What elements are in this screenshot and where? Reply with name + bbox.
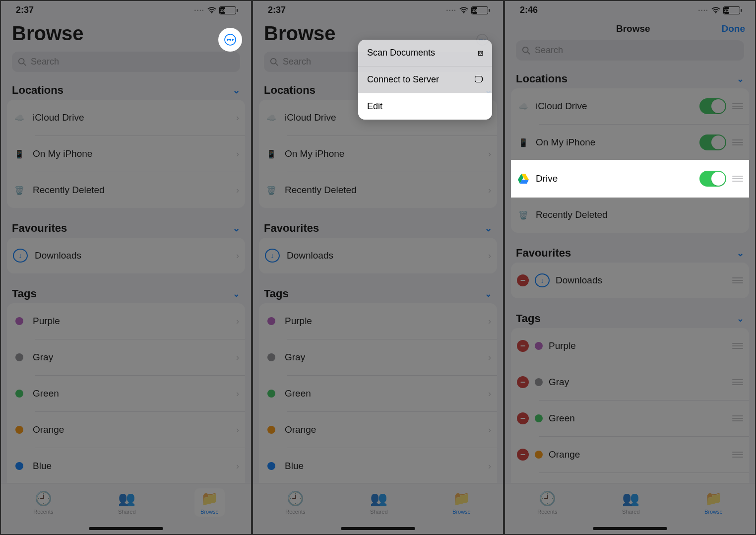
home-indicator[interactable] [593,527,667,530]
location-recently-deleted-edit: 🗑️Recently Deleted [511,197,749,233]
drag-handle-icon[interactable] [732,415,743,421]
menu-edit[interactable]: Edit [358,93,492,120]
tab-browse[interactable]: 📁Browse [446,488,477,517]
section-tags[interactable]: Tags⌄ [1,282,251,303]
tag-purple[interactable]: Purple› [7,303,245,339]
screen-context-menu: 2:37 ···· 24 Browse Search Locations⌄ ☁️… [252,0,504,535]
tag-green-edit: −Green [511,401,749,436]
page-title: Browse [1,17,251,50]
section-locations[interactable]: Locations⌄ [1,79,251,100]
favourite-downloads[interactable]: ↓Downloads› [7,238,245,273]
section-favourites[interactable]: Favourites⌄ [253,217,503,238]
wifi-icon [207,7,216,14]
folder-icon: 📁 [201,490,218,507]
tag-dot-icon [15,462,23,470]
section-locations[interactable]: Locations⌄ [505,67,755,88]
toggle-on-my-iphone[interactable] [699,134,726,150]
home-indicator[interactable] [89,527,163,530]
location-recently-deleted[interactable]: 🗑️Recently Deleted› [7,172,245,208]
tab-shared[interactable]: 👥Shared [364,488,393,517]
remove-button[interactable]: − [517,376,529,388]
section-tags[interactable]: Tags⌄ [505,307,755,328]
folder-icon: 📁 [705,490,722,507]
battery-icon: 24 [219,6,236,14]
drag-handle-icon[interactable] [732,452,743,458]
remove-button[interactable]: − [517,274,529,286]
svg-point-12 [271,58,276,64]
tab-bar: 🕘Recents 👥Shared 📁Browse [253,483,503,534]
chevron-down-icon: ⌄ [485,288,492,299]
drag-handle-icon[interactable] [732,343,743,349]
clock: 2:37 [268,5,286,15]
drag-handle-icon[interactable] [732,379,743,385]
tag-green[interactable]: Green› [7,376,245,411]
tab-recents[interactable]: 🕘Recents [279,488,311,517]
search-input[interactable]: Search [516,40,744,61]
drag-handle-icon[interactable] [732,139,743,145]
gdrive-icon [517,174,530,184]
sim-dots: ···· [446,6,456,14]
section-favourites[interactable]: Favourites⌄ [1,217,251,238]
tag-orange[interactable]: Orange› [259,412,497,448]
search-placeholder: Search [535,45,563,56]
location-recently-deleted[interactable]: 🗑️Recently Deleted› [259,172,497,208]
tab-shared[interactable]: 👥Shared [616,488,645,517]
section-tags[interactable]: Tags⌄ [253,282,503,303]
chevron-down-icon: ⌄ [485,223,492,234]
location-on-my-iphone[interactable]: 📱On My iPhone› [259,136,497,172]
clock-icon: 🕘 [539,490,556,507]
drag-handle-icon[interactable] [732,277,743,283]
nav-bar: Browse Done [505,17,755,38]
toggle-drive[interactable] [699,171,726,187]
chevron-down-icon: ⌄ [233,223,240,234]
tag-gray[interactable]: Gray› [7,339,245,375]
tag-orange-edit: −Orange [511,437,749,472]
tag-green[interactable]: Green› [259,376,497,411]
status-bar: 2:37 ···· 24 [253,1,503,17]
menu-scan-documents[interactable]: Scan Documents⧇ [358,40,492,66]
tab-browse[interactable]: 📁Browse [194,488,225,517]
chevron-down-icon: ⌄ [737,73,744,84]
remove-button[interactable]: − [517,449,529,461]
chevron-right-icon: › [236,251,239,261]
tab-recents[interactable]: 🕘Recents [531,488,563,517]
home-indicator[interactable] [341,527,415,530]
search-placeholder: Search [283,57,311,67]
tab-shared[interactable]: 👥Shared [112,488,141,517]
tab-recents[interactable]: 🕘Recents [27,488,59,517]
svg-point-4 [232,39,234,41]
tab-browse[interactable]: 📁Browse [698,488,729,517]
trash-icon: 🗑️ [265,186,278,195]
section-favourites[interactable]: Favourites⌄ [505,242,755,263]
tag-dot-icon [535,342,543,350]
locations-list: ☁️iCloud Drive› 📱On My iPhone› 🗑️Recentl… [7,100,245,208]
remove-button[interactable]: − [517,340,529,352]
tag-dot-icon [267,353,275,361]
done-button[interactable]: Done [722,23,746,34]
toggle-icloud[interactable] [699,98,726,114]
status-right: ···· 23 [698,6,740,14]
tag-purple[interactable]: Purple› [259,303,497,339]
chevron-right-icon: › [236,113,239,123]
menu-connect-server[interactable]: Connect to Server🖵 [358,66,492,93]
location-icloud[interactable]: ☁️iCloud Drive› [7,100,245,135]
sim-dots: ···· [698,6,708,14]
remove-button[interactable]: − [517,412,529,424]
tag-blue[interactable]: Blue› [259,448,497,484]
tag-orange[interactable]: Orange› [7,412,245,448]
battery-icon: 24 [471,6,488,14]
tag-dot-icon [267,462,275,470]
location-on-my-iphone[interactable]: 📱On My iPhone› [7,136,245,172]
tag-blue[interactable]: Blue› [7,448,245,484]
more-button[interactable] [220,30,240,50]
folder-shared-icon: 👥 [622,490,639,507]
drag-handle-icon[interactable] [732,103,743,109]
download-icon: ↓ [535,273,550,287]
tag-gray[interactable]: Gray› [259,339,497,375]
search-input[interactable]: Search [12,52,240,72]
status-right: ···· 24 [446,6,488,14]
folder-icon: 📁 [453,490,470,507]
wifi-icon [459,7,468,14]
favourite-downloads[interactable]: ↓Downloads› [259,238,497,273]
drag-handle-icon[interactable] [732,176,743,182]
